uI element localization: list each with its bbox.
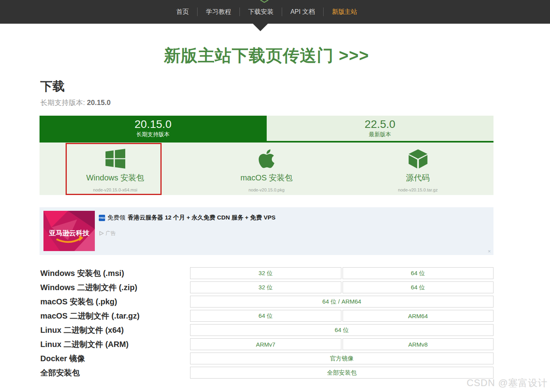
- download-table: Windows 安装包 (.msi)32 位64 位Windows 二进制文件 …: [40, 267, 493, 381]
- nav-item-1[interactable]: 首页: [168, 8, 197, 16]
- row-buttons: 官方镜像: [190, 353, 493, 364]
- table-row: macOS 二进制文件 (.tar.gz)64 位ARM64: [40, 310, 493, 322]
- row-label: Windows 安装包 (.msi): [40, 268, 190, 279]
- nav-item-2[interactable]: 学习教程: [198, 8, 239, 16]
- option-label: 源代码: [406, 173, 430, 183]
- ad-headline-text: 香港云服务器 12 个月 + 永久免费 CDN 服务 + 免费 VPS: [128, 214, 275, 221]
- download-button[interactable]: ARMv8: [343, 338, 494, 350]
- windows-logo-icon: [105, 148, 125, 170]
- ad-headline[interactable]: FREE 免费领 香港云服务器 12 个月 + 永久免费 CDN 服务 + 免费…: [99, 214, 275, 221]
- row-label: macOS 二进制文件 (.tar.gz): [40, 311, 190, 321]
- option-source-code[interactable]: 源代码 node-v20.15.0.tar.gz: [342, 143, 493, 195]
- download-button[interactable]: 32 位: [190, 281, 341, 293]
- row-label: 全部安装包: [40, 368, 190, 378]
- ad-image-text: 亚马逊云科技: [49, 229, 90, 237]
- table-row: macOS 安装包 (.pkg)64 位 / ARM64: [40, 296, 493, 308]
- ad-headline-prefix: 免费领: [107, 214, 125, 221]
- row-buttons: 64 位: [190, 324, 493, 336]
- row-buttons: ARMv7ARMv8: [190, 338, 493, 350]
- tab-version-number: 22.5.0: [365, 118, 396, 130]
- lts-label: 长期支持版本:: [40, 99, 85, 107]
- ad-label: 广告: [99, 230, 116, 237]
- download-button[interactable]: 全部安装包: [190, 367, 493, 379]
- row-label: macOS 安装包 (.pkg): [40, 296, 190, 307]
- option-label: Windows 安装包: [86, 173, 144, 183]
- tab-caption: 最新版本: [369, 131, 391, 138]
- download-heading: 下载: [40, 78, 65, 95]
- download-button[interactable]: 64 位 / ARM64: [190, 296, 493, 308]
- nodejs-logo-tip-icon: [260, 0, 269, 3]
- row-buttons: 64 位ARM64: [190, 310, 493, 322]
- table-row: Linux 二进制文件 (ARM)ARMv7ARMv8: [40, 338, 493, 350]
- tab-version-number: 20.15.0: [135, 118, 171, 130]
- nav-item-3[interactable]: 下载安装: [240, 8, 282, 16]
- row-label: Windows 二进制文件 (.zip): [40, 282, 190, 293]
- ad-banner: 亚马逊云科技 FREE 免费领 香港云服务器 12 个月 + 永久免费 CDN …: [40, 207, 493, 255]
- row-label: Linux 二进制文件 (ARM): [40, 339, 190, 350]
- download-button[interactable]: 64 位: [343, 281, 494, 293]
- option-macos-installer[interactable]: macOS 安装包 node-v20.15.0.pkg: [191, 143, 342, 195]
- tab-lts-version[interactable]: 20.15.0 长期支持版本: [40, 116, 267, 141]
- nav-item-4[interactable]: API 文档: [282, 8, 323, 16]
- amazon-cloud-ad-image[interactable]: 亚马逊云科技: [43, 211, 95, 251]
- nav-menu: 首页学习教程下载安装API 文档新版主站: [168, 8, 365, 16]
- page-title[interactable]: 新版主站下载页传送门 >>>: [40, 45, 493, 67]
- row-buttons: 全部安装包: [190, 367, 493, 379]
- page: 首页学习教程下载安装API 文档新版主站 新版主站下载页传送门 >>> 下载 长…: [0, 0, 550, 392]
- table-row: 全部安装包全部安装包: [40, 367, 493, 379]
- free-badge-icon: FREE: [99, 215, 105, 221]
- source-cube-icon: [407, 148, 429, 170]
- nav-item-5[interactable]: 新版主站: [324, 8, 365, 16]
- row-label: Docker 镜像: [40, 353, 190, 364]
- ad-close-icon[interactable]: ×: [488, 248, 491, 254]
- nav-pointer-triangle: [253, 24, 268, 31]
- ad-label-text: 广告: [105, 230, 116, 237]
- row-buttons: 32 位64 位: [190, 281, 493, 293]
- row-label: Linux 二进制文件 (x64): [40, 325, 190, 336]
- table-row: Linux 二进制文件 (x64)64 位: [40, 324, 493, 336]
- download-button[interactable]: 64 位: [343, 267, 494, 279]
- option-label: macOS 安装包: [240, 173, 292, 183]
- row-buttons: 64 位 / ARM64: [190, 296, 493, 308]
- table-row: Windows 二进制文件 (.zip)32 位64 位: [40, 281, 493, 293]
- row-buttons: 32 位64 位: [190, 267, 493, 279]
- table-row: Windows 安装包 (.msi)32 位64 位: [40, 267, 493, 279]
- lts-version-line: 长期支持版本: 20.15.0: [40, 98, 111, 107]
- adchoices-icon: [99, 231, 104, 236]
- tab-latest-version[interactable]: 22.5.0 最新版本: [267, 116, 494, 141]
- option-filename: node-v20.15.0.tar.gz: [398, 188, 437, 192]
- download-options-strip: Windows 安装包 node-v20.15.0-x64.msi macOS …: [40, 143, 493, 195]
- download-button[interactable]: 32 位: [190, 267, 341, 279]
- option-filename: node-v20.15.0-x64.msi: [93, 188, 138, 192]
- download-button[interactable]: ARMv7: [190, 338, 341, 350]
- download-button[interactable]: 64 位: [190, 324, 493, 336]
- top-nav-bar: 首页学习教程下载安装API 文档新版主站: [0, 0, 550, 24]
- download-button[interactable]: ARM64: [343, 310, 494, 322]
- version-tabs: 20.15.0 长期支持版本 22.5.0 最新版本: [40, 116, 493, 143]
- apple-logo-icon: [258, 148, 275, 170]
- lts-version: 20.15.0: [87, 99, 111, 107]
- option-windows-installer[interactable]: Windows 安装包 node-v20.15.0-x64.msi: [40, 143, 191, 195]
- tab-caption: 长期支持版本: [136, 131, 170, 138]
- download-button[interactable]: 官方镜像: [190, 353, 493, 364]
- csdn-watermark: CSDN @塞富设计: [467, 377, 548, 389]
- download-button[interactable]: 64 位: [190, 310, 341, 322]
- option-filename: node-v20.15.0.pkg: [249, 188, 284, 192]
- table-row: Docker 镜像官方镜像: [40, 353, 493, 364]
